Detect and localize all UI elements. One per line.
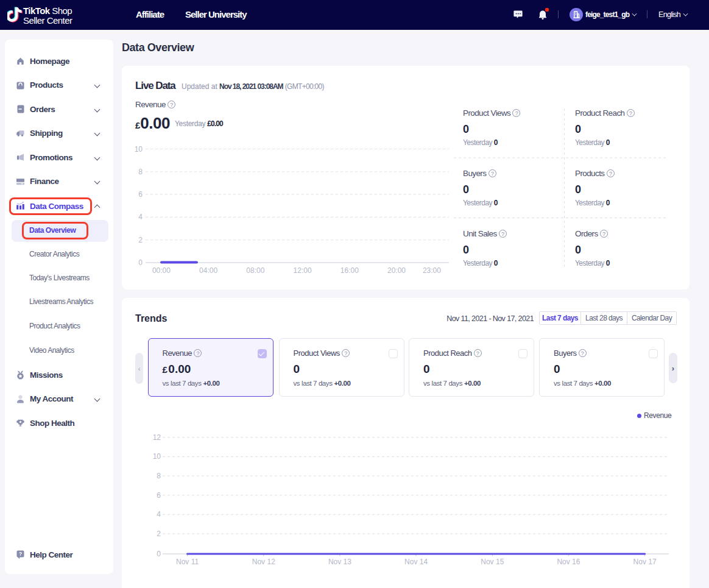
svg-text:6: 6 (138, 190, 143, 199)
svg-text:Nov 14: Nov 14 (404, 558, 428, 566)
svg-text:4: 4 (138, 213, 143, 221)
svg-text:8: 8 (138, 168, 143, 176)
svg-text:16:00: 16:00 (340, 266, 359, 275)
svg-text:0: 0 (138, 258, 143, 267)
svg-text:Nov 13: Nov 13 (328, 558, 351, 566)
svg-text:08:00: 08:00 (246, 266, 264, 275)
svg-text:Nov 12: Nov 12 (252, 558, 275, 566)
svg-text:23:00: 23:00 (423, 266, 441, 275)
svg-text:Nov 11: Nov 11 (176, 558, 199, 566)
svg-text:8: 8 (157, 472, 161, 480)
svg-text:10: 10 (135, 145, 143, 154)
svg-text:6: 6 (157, 491, 161, 500)
svg-text:0: 0 (157, 550, 161, 558)
svg-text:Nov 17: Nov 17 (633, 558, 657, 566)
svg-text:12: 12 (153, 433, 161, 442)
svg-text:4: 4 (157, 510, 161, 519)
svg-text:04:00: 04:00 (199, 266, 217, 275)
svg-text:Nov 15: Nov 15 (481, 558, 504, 566)
svg-text:12:00: 12:00 (294, 266, 312, 275)
svg-text:00:00: 00:00 (152, 266, 171, 275)
svg-text:10: 10 (153, 452, 161, 461)
svg-text:Nov 16: Nov 16 (557, 558, 580, 566)
svg-text:?: ? (19, 551, 22, 557)
svg-text:2: 2 (157, 530, 161, 538)
svg-text:20:00: 20:00 (387, 266, 406, 275)
svg-text:2: 2 (138, 236, 143, 244)
